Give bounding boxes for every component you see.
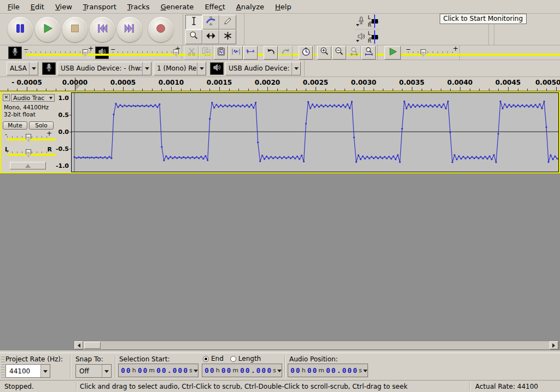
menu-item-edit[interactable]: Edit [25, 1, 50, 13]
speaker-meter-icon-button[interactable] [355, 30, 368, 45]
dropdown-arrow[interactable] [40, 365, 50, 377]
waveform-area[interactable] [71, 92, 559, 172]
menu-item-transport[interactable]: Transport [78, 1, 122, 13]
audio-position-field[interactable]: 00h00m00.000s [288, 364, 368, 377]
skip-end-button[interactable] [117, 17, 142, 42]
time-digit[interactable]: 0 [126, 366, 131, 375]
menu-item-view[interactable]: View [50, 1, 78, 13]
toolbar-grip[interactable] [1, 355, 5, 378]
output-volume-icon-button[interactable] [95, 46, 109, 59]
trim-button[interactable] [229, 46, 243, 60]
dropdown-arrow[interactable] [142, 62, 151, 75]
time-digit[interactable]: 0 [266, 366, 272, 375]
output-device-select[interactable]: USB Audio Device: - [225, 62, 301, 75]
time-digit[interactable]: 0 [347, 366, 352, 375]
monitoring-tooltip[interactable]: Click to Start Monitoring [440, 14, 527, 24]
time-digit[interactable]: 0 [142, 366, 148, 375]
redo-button[interactable] [278, 46, 293, 60]
time-digit[interactable]: 0 [226, 366, 231, 375]
time-digit[interactable]: 0 [352, 366, 358, 375]
scrollbar-thumb[interactable] [84, 342, 101, 349]
selection-tool-button[interactable] [185, 15, 202, 30]
mic-meter-icon-button[interactable] [355, 14, 368, 29]
time-digit[interactable]: . [250, 366, 256, 375]
stop-button[interactable] [62, 17, 88, 42]
solo-button[interactable]: Solo [29, 121, 54, 130]
menu-item-file[interactable]: File [2, 1, 25, 13]
end-radio[interactable] [203, 356, 209, 362]
time-digit[interactable]: 0 [177, 366, 183, 375]
track-close-button[interactable]: ✕ [3, 94, 10, 101]
zoom-sel-button[interactable] [347, 46, 361, 60]
record-button[interactable] [148, 17, 173, 42]
time-digit[interactable]: 0 [245, 366, 250, 375]
time-digit[interactable]: 0 [261, 366, 266, 375]
zoom-in-button[interactable] [317, 46, 331, 60]
input-volume-icon-button[interactable] [8, 46, 22, 59]
time-digit[interactable]: 0 [137, 366, 143, 375]
time-digit[interactable]: 0 [290, 366, 295, 375]
menu-item-analyze[interactable]: Analyze [231, 1, 270, 13]
envelope-tool-button[interactable] [202, 15, 219, 30]
dropdown-arrow[interactable] [194, 364, 198, 377]
time-digit[interactable]: 0 [295, 366, 301, 375]
menu-item-effect[interactable]: Effect [199, 1, 230, 13]
dropdown-arrow[interactable] [197, 62, 206, 75]
time-digit[interactable]: . [167, 366, 172, 375]
output-meter[interactable]: LR-57-54-51-48-45-42-39-36-33-30-27-24-2… [355, 30, 378, 45]
play-button[interactable] [35, 17, 60, 42]
time-digit[interactable]: 0 [331, 366, 336, 375]
selection-start-field[interactable]: 00h00m00.000s [118, 364, 199, 377]
vertical-ruler[interactable]: 1.00.50.0-0.5-1.0 [56, 92, 71, 172]
track-collapse-button[interactable] [10, 162, 46, 169]
horizontal-scrollbar[interactable] [74, 341, 559, 350]
zoom-out-button[interactable] [332, 46, 346, 60]
time-digit[interactable]: 0 [209, 366, 215, 375]
draw-tool-button[interactable] [219, 15, 236, 30]
time-digit[interactable]: 0 [307, 366, 312, 375]
pause-button[interactable] [8, 17, 33, 42]
dropdown-arrow[interactable] [29, 62, 38, 75]
timeshift-tool-button[interactable] [202, 30, 219, 44]
time-digit[interactable]: 0 [204, 366, 209, 375]
time-digit[interactable]: 0 [240, 366, 245, 375]
time-digit[interactable]: 0 [325, 366, 331, 375]
project-rate-select[interactable]: 44100 [5, 364, 50, 378]
project-empty-area[interactable] [0, 173, 560, 341]
time-digit[interactable]: 0 [221, 366, 226, 375]
time-digit[interactable]: 0 [172, 366, 178, 375]
dropdown-arrow[interactable] [102, 365, 111, 377]
input-device-select[interactable]: USB Audio Device: - (hw:1 [57, 62, 151, 75]
input-channels-select[interactable]: 1 (Mono) Re [154, 62, 206, 75]
copy-button[interactable] [199, 46, 213, 60]
time-digit[interactable]: 0 [256, 366, 261, 375]
dropdown-arrow[interactable] [291, 62, 300, 75]
paste-button[interactable] [214, 46, 228, 60]
dropdown-arrow[interactable] [277, 364, 282, 377]
menu-item-generate[interactable]: Generate [155, 1, 200, 13]
mute-button[interactable]: Mute [3, 121, 27, 130]
time-digit[interactable]: 0 [156, 366, 161, 375]
time-digit[interactable]: 0 [312, 366, 317, 375]
selection-end-field[interactable]: 00h00m00.000s [202, 364, 282, 377]
snap-to-select[interactable]: Off [75, 364, 112, 378]
time-digit[interactable]: 0 [120, 366, 126, 375]
zoom-fit-button[interactable] [361, 46, 376, 60]
play-at-speed-button[interactable] [384, 46, 401, 60]
input-meter[interactable]: LR-57-54-51-48-45-42-39-36-33-30-27-24-2… [355, 14, 378, 30]
scroll-right-button[interactable] [550, 341, 558, 349]
time-digit[interactable]: . [336, 366, 342, 375]
timeline-ruler[interactable]: - 0.00050.00000.00050.00100.00150.00200.… [0, 77, 560, 91]
length-radio[interactable] [230, 356, 236, 362]
multi-tool-button[interactable] [219, 30, 236, 44]
undo-button[interactable] [264, 46, 278, 60]
dropdown-arrow[interactable] [363, 364, 368, 377]
scroll-left-button[interactable] [74, 341, 83, 349]
silence-button[interactable] [243, 46, 258, 60]
cut-button[interactable] [184, 46, 199, 60]
time-digit[interactable]: 0 [183, 366, 188, 375]
track-title-menu[interactable]: Audio Trac [11, 94, 55, 102]
menu-item-tracks[interactable]: Tracks [122, 1, 155, 13]
synclock-button[interactable] [299, 46, 313, 60]
time-digit[interactable]: 0 [161, 366, 167, 375]
